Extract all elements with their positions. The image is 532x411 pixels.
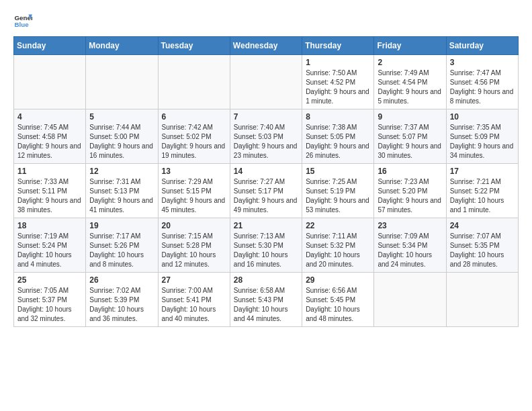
day-info: Sunrise: 7:00 AM Sunset: 5:41 PM Dayligh… <box>162 286 226 324</box>
day-number: 17 <box>450 167 515 176</box>
weekday-header: Thursday <box>302 37 374 55</box>
day-info: Sunrise: 7:50 AM Sunset: 4:52 PM Dayligh… <box>306 68 370 106</box>
day-info: Sunrise: 7:07 AM Sunset: 5:35 PM Dayligh… <box>450 232 515 269</box>
calendar-cell: 16Sunrise: 7:23 AM Sunset: 5:20 PM Dayli… <box>374 164 446 218</box>
calendar-cell: 28Sunrise: 6:58 AM Sunset: 5:43 PM Dayli… <box>230 273 302 327</box>
calendar-cell: 4Sunrise: 7:45 AM Sunset: 4:58 PM Daylig… <box>14 109 86 164</box>
day-info: Sunrise: 7:47 AM Sunset: 4:56 PM Dayligh… <box>450 68 515 106</box>
day-info: Sunrise: 7:27 AM Sunset: 5:17 PM Dayligh… <box>234 177 298 215</box>
calendar-table: SundayMondayTuesdayWednesdayThursdayFrid… <box>13 36 519 327</box>
logo: General Blue <box>13 11 32 30</box>
day-number: 21 <box>234 221 298 230</box>
day-info: Sunrise: 7:33 AM Sunset: 5:11 PM Dayligh… <box>17 177 82 215</box>
calendar-cell: 12Sunrise: 7:31 AM Sunset: 5:13 PM Dayli… <box>86 164 158 218</box>
calendar-cell <box>14 55 86 109</box>
calendar-week-row: 25Sunrise: 7:05 AM Sunset: 5:37 PM Dayli… <box>14 273 519 327</box>
day-info: Sunrise: 7:49 AM Sunset: 4:54 PM Dayligh… <box>378 68 442 106</box>
calendar-header-row: SundayMondayTuesdayWednesdayThursdayFrid… <box>14 37 519 55</box>
calendar-cell <box>374 273 446 327</box>
calendar-cell: 27Sunrise: 7:00 AM Sunset: 5:41 PM Dayli… <box>158 273 230 327</box>
day-number: 23 <box>378 221 442 230</box>
day-number: 1 <box>306 58 370 67</box>
calendar-cell <box>446 273 518 327</box>
page-header: General Blue <box>13 11 519 30</box>
day-info: Sunrise: 7:25 AM Sunset: 5:19 PM Dayligh… <box>306 177 370 215</box>
svg-text:Blue: Blue <box>14 21 29 28</box>
day-info: Sunrise: 7:09 AM Sunset: 5:34 PM Dayligh… <box>378 232 442 269</box>
calendar-cell <box>86 55 158 109</box>
day-info: Sunrise: 7:23 AM Sunset: 5:20 PM Dayligh… <box>378 177 442 215</box>
calendar-cell <box>230 55 302 109</box>
day-info: Sunrise: 7:45 AM Sunset: 4:58 PM Dayligh… <box>17 123 82 161</box>
weekday-header: Sunday <box>14 37 86 55</box>
calendar-cell: 1Sunrise: 7:50 AM Sunset: 4:52 PM Daylig… <box>302 55 374 109</box>
day-number: 19 <box>89 221 154 230</box>
calendar-cell: 18Sunrise: 7:19 AM Sunset: 5:24 PM Dayli… <box>14 218 86 273</box>
day-number: 7 <box>234 112 298 122</box>
day-info: Sunrise: 7:05 AM Sunset: 5:37 PM Dayligh… <box>17 286 82 324</box>
day-number: 6 <box>162 112 226 122</box>
calendar-cell: 15Sunrise: 7:25 AM Sunset: 5:19 PM Dayli… <box>302 164 374 218</box>
day-info: Sunrise: 7:42 AM Sunset: 5:02 PM Dayligh… <box>162 123 226 161</box>
day-number: 29 <box>306 275 370 285</box>
day-number: 5 <box>89 112 154 122</box>
day-number: 22 <box>306 221 370 230</box>
day-number: 3 <box>450 58 515 67</box>
calendar-cell: 13Sunrise: 7:29 AM Sunset: 5:15 PM Dayli… <box>158 164 230 218</box>
day-info: Sunrise: 7:35 AM Sunset: 5:09 PM Dayligh… <box>450 123 515 161</box>
day-number: 2 <box>378 58 442 67</box>
calendar-cell: 26Sunrise: 7:02 AM Sunset: 5:39 PM Dayli… <box>86 273 158 327</box>
calendar-week-row: 1Sunrise: 7:50 AM Sunset: 4:52 PM Daylig… <box>14 55 519 109</box>
weekday-header: Monday <box>86 37 158 55</box>
day-number: 13 <box>162 167 226 176</box>
day-number: 20 <box>162 221 226 230</box>
day-info: Sunrise: 7:37 AM Sunset: 5:07 PM Dayligh… <box>378 123 442 161</box>
day-info: Sunrise: 7:13 AM Sunset: 5:30 PM Dayligh… <box>234 232 298 269</box>
day-info: Sunrise: 7:17 AM Sunset: 5:26 PM Dayligh… <box>89 232 154 269</box>
weekday-header: Friday <box>374 37 446 55</box>
calendar-cell: 10Sunrise: 7:35 AM Sunset: 5:09 PM Dayli… <box>446 109 518 164</box>
calendar-cell: 9Sunrise: 7:37 AM Sunset: 5:07 PM Daylig… <box>374 109 446 164</box>
day-number: 9 <box>378 112 442 122</box>
day-number: 18 <box>17 221 82 230</box>
day-info: Sunrise: 7:15 AM Sunset: 5:28 PM Dayligh… <box>162 232 226 269</box>
calendar-cell: 5Sunrise: 7:44 AM Sunset: 5:00 PM Daylig… <box>86 109 158 164</box>
day-info: Sunrise: 7:44 AM Sunset: 5:00 PM Dayligh… <box>89 123 154 161</box>
calendar-cell: 2Sunrise: 7:49 AM Sunset: 4:54 PM Daylig… <box>374 55 446 109</box>
calendar-week-row: 11Sunrise: 7:33 AM Sunset: 5:11 PM Dayli… <box>14 164 519 218</box>
weekday-header: Wednesday <box>230 37 302 55</box>
day-number: 14 <box>234 167 298 176</box>
calendar-cell: 29Sunrise: 6:56 AM Sunset: 5:45 PM Dayli… <box>302 273 374 327</box>
calendar-cell: 21Sunrise: 7:13 AM Sunset: 5:30 PM Dayli… <box>230 218 302 273</box>
day-number: 12 <box>89 167 154 176</box>
calendar-week-row: 4Sunrise: 7:45 AM Sunset: 4:58 PM Daylig… <box>14 109 519 164</box>
logo-icon: General Blue <box>13 11 32 30</box>
day-info: Sunrise: 6:58 AM Sunset: 5:43 PM Dayligh… <box>234 286 298 324</box>
calendar-cell: 7Sunrise: 7:40 AM Sunset: 5:03 PM Daylig… <box>230 109 302 164</box>
day-number: 26 <box>89 275 154 285</box>
weekday-header: Saturday <box>446 37 518 55</box>
calendar-cell: 8Sunrise: 7:38 AM Sunset: 5:05 PM Daylig… <box>302 109 374 164</box>
day-info: Sunrise: 7:31 AM Sunset: 5:13 PM Dayligh… <box>89 177 154 215</box>
day-number: 4 <box>17 112 82 122</box>
day-info: Sunrise: 7:29 AM Sunset: 5:15 PM Dayligh… <box>162 177 226 215</box>
day-info: Sunrise: 7:11 AM Sunset: 5:32 PM Dayligh… <box>306 232 370 269</box>
calendar-week-row: 18Sunrise: 7:19 AM Sunset: 5:24 PM Dayli… <box>14 218 519 273</box>
day-info: Sunrise: 7:40 AM Sunset: 5:03 PM Dayligh… <box>234 123 298 161</box>
calendar-cell: 6Sunrise: 7:42 AM Sunset: 5:02 PM Daylig… <box>158 109 230 164</box>
calendar-cell: 23Sunrise: 7:09 AM Sunset: 5:34 PM Dayli… <box>374 218 446 273</box>
calendar-cell: 22Sunrise: 7:11 AM Sunset: 5:32 PM Dayli… <box>302 218 374 273</box>
day-info: Sunrise: 7:38 AM Sunset: 5:05 PM Dayligh… <box>306 123 370 161</box>
calendar-cell: 25Sunrise: 7:05 AM Sunset: 5:37 PM Dayli… <box>14 273 86 327</box>
day-number: 27 <box>162 275 226 285</box>
calendar-cell: 17Sunrise: 7:21 AM Sunset: 5:22 PM Dayli… <box>446 164 518 218</box>
day-info: Sunrise: 7:21 AM Sunset: 5:22 PM Dayligh… <box>450 177 515 215</box>
day-number: 11 <box>17 167 82 176</box>
day-info: Sunrise: 6:56 AM Sunset: 5:45 PM Dayligh… <box>306 286 370 324</box>
calendar-cell <box>158 55 230 109</box>
calendar-cell: 24Sunrise: 7:07 AM Sunset: 5:35 PM Dayli… <box>446 218 518 273</box>
day-number: 25 <box>17 275 82 285</box>
calendar-cell: 3Sunrise: 7:47 AM Sunset: 4:56 PM Daylig… <box>446 55 518 109</box>
day-number: 15 <box>306 167 370 176</box>
day-info: Sunrise: 7:02 AM Sunset: 5:39 PM Dayligh… <box>89 286 154 324</box>
